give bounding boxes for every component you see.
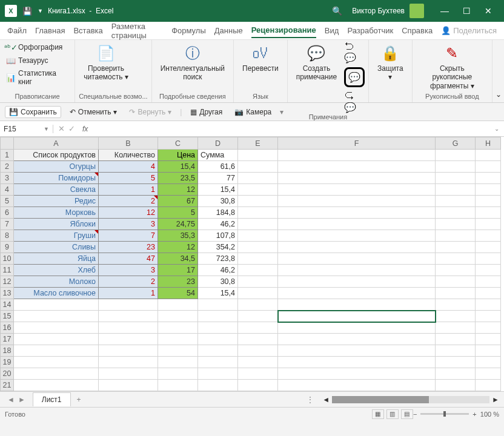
cell[interactable]	[198, 345, 238, 357]
cell[interactable]	[436, 161, 476, 173]
cell[interactable]: 2	[99, 276, 158, 288]
fx-label[interactable]: fx	[80, 125, 90, 133]
cell[interactable]: Сумма	[198, 150, 238, 161]
cell[interactable]: 12	[158, 184, 198, 196]
name-box[interactable]: F15▼	[0, 125, 53, 133]
cell[interactable]	[238, 265, 278, 276]
row-header[interactable]: 21	[1, 380, 14, 391]
cell[interactable]	[238, 334, 278, 345]
new-comment-button[interactable]: 💬 Создатьпримечание	[291, 41, 342, 84]
tab-dev[interactable]: Разработчик	[347, 24, 393, 38]
minimize-button[interactable]: —	[434, 0, 456, 22]
cell[interactable]: 4	[99, 161, 158, 173]
cell[interactable]: 34,5	[158, 253, 198, 265]
cell[interactable]	[158, 345, 198, 357]
cell[interactable]	[278, 219, 436, 230]
col-header[interactable]: D	[198, 137, 238, 150]
expand-formula-bar[interactable]: ⌄	[489, 125, 504, 132]
cell[interactable]	[278, 184, 436, 196]
cell[interactable]	[278, 357, 436, 368]
col-header[interactable]: G	[436, 137, 476, 150]
show-comments-button[interactable]: 💬	[344, 67, 365, 87]
cell[interactable]: 723,8	[198, 253, 238, 265]
scroll-right-button[interactable]: ►	[492, 395, 499, 404]
cell[interactable]	[14, 380, 99, 391]
cell[interactable]	[238, 276, 278, 288]
cell[interactable]	[476, 230, 501, 242]
cell[interactable]	[436, 311, 476, 322]
cell[interactable]	[198, 322, 238, 334]
cell[interactable]	[238, 299, 278, 311]
row-header[interactable]: 20	[1, 368, 14, 380]
zoom-level[interactable]: 100 %	[480, 411, 499, 418]
cell[interactable]	[278, 368, 436, 380]
row-header[interactable]: 8	[1, 230, 14, 242]
tab-layout[interactable]: Разметка страницы	[111, 19, 163, 42]
zoom-slider[interactable]	[420, 413, 469, 415]
qat-dropdown[interactable]: ▾	[280, 108, 284, 116]
row-header[interactable]: 13	[1, 288, 14, 299]
cell[interactable]: 24,75	[158, 219, 198, 230]
save-icon[interactable]: 💾	[22, 5, 33, 16]
cell[interactable]	[238, 288, 278, 299]
cell[interactable]: 7	[99, 230, 158, 242]
row-header[interactable]: 5	[1, 196, 14, 207]
cell[interactable]: Огурцы	[14, 161, 99, 173]
row-header[interactable]: 15	[1, 311, 14, 322]
row-header[interactable]: 16	[1, 322, 14, 334]
cell[interactable]	[476, 207, 501, 219]
cell[interactable]	[476, 368, 501, 380]
cell[interactable]	[476, 173, 501, 184]
cell[interactable]: 5	[158, 207, 198, 219]
cell[interactable]	[14, 311, 99, 322]
cell[interactable]: 23	[158, 276, 198, 288]
row-header[interactable]: 9	[1, 242, 14, 253]
spelling-button[interactable]: ᵃᵇ✓Орфография	[4, 41, 71, 53]
prev-sheet-button[interactable]: ◄	[7, 395, 15, 404]
cell[interactable]	[99, 299, 158, 311]
cell[interactable]	[436, 219, 476, 230]
cell[interactable]	[238, 219, 278, 230]
cell[interactable]: 23	[99, 242, 158, 253]
add-sheet-button[interactable]: +	[71, 395, 87, 404]
search-icon[interactable]: 🔍	[332, 6, 342, 16]
cell[interactable]	[198, 380, 238, 391]
cell[interactable]: Сливы	[14, 242, 99, 253]
cell[interactable]	[158, 311, 198, 322]
cell[interactable]	[278, 288, 436, 299]
cell[interactable]	[99, 345, 158, 357]
cell[interactable]	[278, 150, 436, 161]
next-comment-button[interactable]: ⮎💬	[344, 91, 365, 113]
cell[interactable]	[476, 276, 501, 288]
cell[interactable]	[278, 334, 436, 345]
cell[interactable]	[476, 334, 501, 345]
cell[interactable]: Цена	[158, 150, 198, 161]
cell[interactable]: 30,8	[198, 276, 238, 288]
worksheet[interactable]: A B C D E F G H 1 Список продуктов Колич…	[0, 137, 504, 391]
sheet-tab[interactable]: Лист1	[33, 392, 71, 406]
cell[interactable]	[278, 173, 436, 184]
qat-other-button[interactable]: ▦Другая	[187, 107, 226, 117]
cell[interactable]: 54	[158, 288, 198, 299]
cell[interactable]	[436, 357, 476, 368]
cell[interactable]	[476, 161, 501, 173]
row-header[interactable]: 18	[1, 345, 14, 357]
cell[interactable]	[436, 322, 476, 334]
accessibility-button[interactable]: 📄 Проверитьчитаемость ▾	[79, 41, 133, 84]
cell[interactable]	[238, 184, 278, 196]
cell[interactable]	[238, 161, 278, 173]
cell[interactable]	[158, 368, 198, 380]
cell[interactable]: Молоко	[14, 276, 99, 288]
cell[interactable]	[436, 150, 476, 161]
zoom-out-button[interactable]: −	[413, 411, 417, 418]
col-header[interactable]: H	[476, 137, 501, 150]
cell[interactable]	[278, 230, 436, 242]
row-header[interactable]: 2	[1, 161, 14, 173]
cell[interactable]	[278, 380, 436, 391]
cell[interactable]	[436, 196, 476, 207]
cell[interactable]: 354,2	[198, 242, 238, 253]
cell[interactable]	[14, 334, 99, 345]
cell[interactable]	[476, 357, 501, 368]
close-button[interactable]: ✕	[477, 0, 499, 22]
cell[interactable]: Яблоки	[14, 219, 99, 230]
